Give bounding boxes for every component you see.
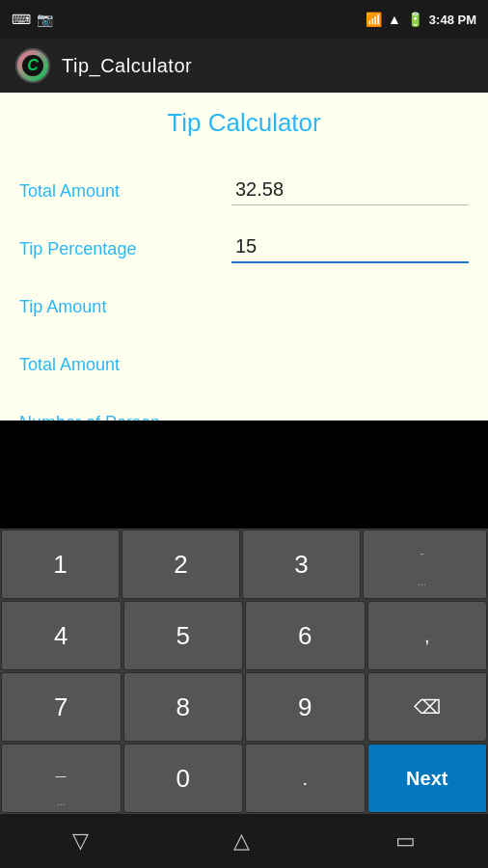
app-icon-inner: C xyxy=(22,55,43,76)
status-right-icons: 📶 ▲ 🔋 3:48 PM xyxy=(366,12,476,27)
key-6[interactable]: 6 xyxy=(245,601,366,670)
form-row-total-amount-1: Total Amount 32.58 xyxy=(19,155,469,205)
form-row-total-amount-2: Total Amount xyxy=(19,329,469,379)
dash-dots: ... xyxy=(418,577,425,592)
dash-label: - xyxy=(420,530,424,577)
input-wrap-num-persons[interactable] xyxy=(231,405,469,420)
backspace-icon: ⌫ xyxy=(414,695,441,719)
label-total-amount-2: Total Amount xyxy=(19,355,231,379)
key-4[interactable]: 4 xyxy=(1,601,122,670)
keyboard-status-icon: ⌨ xyxy=(12,12,31,27)
nav-home-button[interactable]: △ xyxy=(233,828,250,854)
nav-back-button[interactable]: ▽ xyxy=(72,828,89,854)
main-content: Tip Calculator Total Amount 32.58 Tip Pe… xyxy=(0,93,488,420)
form-row-tip-amount: Tip Amount xyxy=(19,271,469,321)
value-tip-percentage: 15 xyxy=(231,233,260,258)
status-bar: ⌨ 📷 📶 ▲ 🔋 3:48 PM xyxy=(0,0,488,39)
key-7[interactable]: 7 xyxy=(1,672,122,742)
label-tip-amount: Tip Amount xyxy=(19,297,231,321)
form-row-tip-percentage: Tip Percentage 15 xyxy=(19,213,469,263)
page-title: Tip Calculator xyxy=(19,108,469,138)
key-backspace[interactable]: ⌫ xyxy=(367,672,488,742)
form-row-num-persons: Number of Person xyxy=(19,387,469,420)
app-icon: C xyxy=(15,48,50,83)
keyboard-row-4: ＿ ... 0 . Next xyxy=(0,743,488,814)
key-comma[interactable]: , xyxy=(367,601,488,670)
next-button[interactable]: Next xyxy=(367,744,488,813)
key-dash[interactable]: - ... xyxy=(363,529,487,599)
value-total-amount-1: 32.58 xyxy=(231,176,287,202)
key-1[interactable]: 1 xyxy=(1,529,120,599)
key-0[interactable]: 0 xyxy=(123,744,244,813)
status-left-icons: ⌨ 📷 xyxy=(12,12,53,27)
time-display: 3:48 PM xyxy=(429,13,476,27)
key-2[interactable]: 2 xyxy=(122,529,240,599)
label-total-amount-1: Total Amount xyxy=(19,181,231,205)
battery-icon: 🔋 xyxy=(407,12,423,27)
screenshot-status-icon: 📷 xyxy=(37,12,53,27)
input-wrap-total-amount-1[interactable]: 32.58 xyxy=(231,178,469,205)
app-title: Tip_Calculator xyxy=(62,55,192,77)
input-wrap-tip-percentage[interactable]: 15 xyxy=(231,235,469,263)
keyboard-row-3: 7 8 9 ⌫ xyxy=(0,671,488,743)
app-bar: C Tip_Calculator xyxy=(0,39,488,93)
space-dots: ... xyxy=(57,797,65,812)
label-tip-percentage: Tip Percentage xyxy=(19,239,231,263)
key-9[interactable]: 9 xyxy=(245,672,366,742)
label-num-persons: Number of Person xyxy=(19,413,231,420)
signal-icon: ▲ xyxy=(388,12,401,27)
nav-bar: ▽ △ ▭ xyxy=(0,814,488,868)
nav-recent-button[interactable]: ▭ xyxy=(395,828,416,854)
key-3[interactable]: 3 xyxy=(242,529,361,599)
key-space[interactable]: ＿ ... xyxy=(1,744,122,813)
keyboard-row-1: 1 2 3 - ... xyxy=(0,529,488,600)
wifi-icon: 📶 xyxy=(366,12,382,27)
keyboard-row-2: 4 5 6 , xyxy=(0,600,488,671)
key-8[interactable]: 8 xyxy=(123,672,244,742)
space-label: ＿ xyxy=(53,745,68,797)
keyboard: 1 2 3 - ... 4 5 6 , 7 8 9 ⌫ ＿ ... 0 . Ne… xyxy=(0,529,488,814)
key-dot[interactable]: . xyxy=(245,744,366,813)
app-icon-letter: C xyxy=(27,57,39,74)
key-5[interactable]: 5 xyxy=(123,601,244,670)
